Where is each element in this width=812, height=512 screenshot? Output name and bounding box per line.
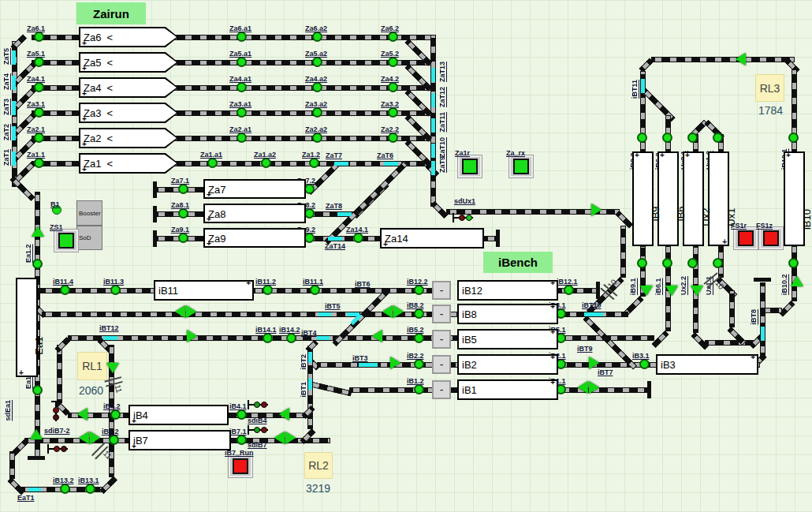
turnout-indicator[interactable] — [12, 126, 16, 140]
sensor-iB7.1[interactable] — [237, 435, 247, 445]
sensor-Za6.2[interactable] — [388, 32, 398, 42]
sensor-Za8.1[interactable] — [178, 208, 188, 219]
turnout-indicator[interactable] — [317, 336, 330, 340]
sensor-Za2.a1[interactable] — [237, 133, 247, 143]
turnout-indicator[interactable] — [641, 79, 645, 93]
block-Za9[interactable]: Za9+ — [203, 228, 306, 248]
route-label-rl3[interactable]: RL3 — [755, 74, 784, 102]
sensor-iB4.2[interactable] — [110, 409, 121, 420]
block-Za5[interactable]: Za5 <+ — [79, 52, 178, 73]
turnout-indicator[interactable] — [103, 336, 117, 340]
turnout-indicator[interactable] — [431, 118, 435, 133]
sensor-Ux2.1[interactable] — [687, 133, 698, 143]
sensor-Za9.1[interactable] — [178, 233, 188, 243]
sensor-iB9.1[interactable] — [637, 258, 647, 268]
sensor-Za4.a2[interactable] — [312, 82, 322, 92]
route-label-rl2[interactable]: RL2 — [304, 452, 333, 479]
signal-sdUx1[interactable] — [453, 212, 476, 236]
turnout-indicator[interactable] — [359, 363, 378, 367]
block-iB6[interactable]: iB6+ — [657, 151, 679, 246]
sensor-Za2.a2[interactable] — [312, 133, 322, 143]
turnout-indicator[interactable] — [28, 488, 41, 491]
sensor-Za3.a2[interactable] — [312, 107, 322, 118]
turnout-indicator[interactable] — [431, 93, 435, 107]
block-Za3[interactable]: Za3 <+ — [79, 103, 178, 123]
block-iB11[interactable]: iB11+ — [154, 280, 254, 301]
sensor-Za4.2[interactable] — [388, 82, 398, 92]
sensor-iB11.2[interactable] — [263, 285, 273, 295]
sensor-iB1.2[interactable] — [414, 384, 424, 394]
turnout-indicator[interactable] — [308, 379, 312, 390]
sensor-Za6.a1[interactable] — [237, 32, 247, 42]
sensor-iB11.1[interactable] — [310, 285, 320, 295]
sensor-Za1.a1[interactable] — [207, 158, 218, 168]
sensor-Za6.a2[interactable] — [312, 32, 322, 42]
sensor-Ux2.2[interactable] — [687, 258, 698, 268]
block-Za8[interactable]: Za8+ — [203, 204, 306, 223]
sensor-Za14.1[interactable] — [353, 233, 363, 243]
sensor-Za4.a1[interactable] — [237, 82, 247, 92]
block-iB5[interactable]: iB5+ — [457, 329, 558, 349]
sensor-iB14.2[interactable] — [286, 333, 296, 343]
block-Za4[interactable]: Za4 <+ — [79, 77, 178, 98]
sensor-iB2.2[interactable] — [414, 359, 424, 369]
sod-button[interactable]: SoD — [76, 226, 102, 250]
turnout-indicator[interactable] — [12, 50, 16, 65]
pushbutton-ZS1[interactable] — [54, 229, 79, 252]
sensor-Za1.1[interactable] — [34, 158, 44, 168]
sensor-Za5.1[interactable] — [34, 57, 44, 67]
route-minus-button[interactable]: - — [432, 281, 451, 300]
sensor-iB11.4[interactable] — [60, 285, 70, 295]
block-iB2[interactable]: iB2+ — [457, 354, 558, 375]
signal-sdiB7-2[interactable] — [47, 443, 71, 467]
turnout-indicator[interactable] — [318, 312, 331, 316]
sensor-iB11.3[interactable] — [110, 285, 121, 295]
turnout-indicator[interactable] — [761, 327, 765, 341]
turnout-indicator[interactable] — [12, 151, 16, 166]
block-Ux2[interactable]: Ux2+ — [683, 151, 704, 246]
block-iB12[interactable]: iB12+ — [457, 280, 558, 301]
block-Ea1[interactable]: Ea1+ — [16, 278, 38, 377]
sensor-iB6.1[interactable] — [662, 258, 672, 268]
sensor-iB12.2[interactable] — [414, 285, 424, 295]
turnout-indicator[interactable] — [12, 101, 16, 115]
turnout-indicator[interactable] — [328, 237, 342, 241]
sensor-iB7.2[interactable] — [109, 435, 119, 445]
block-iB4[interactable]: iB4+ — [129, 405, 229, 425]
turnout-indicator[interactable] — [12, 76, 16, 90]
turnout-indicator[interactable] — [384, 162, 398, 166]
sensor-iB13.1[interactable] — [85, 484, 95, 494]
route-minus-button[interactable]: - — [432, 380, 451, 399]
sensor-iB13.2[interactable] — [60, 484, 70, 494]
block-Za7[interactable]: Za7+ — [203, 179, 306, 199]
route-minus-button[interactable]: - — [432, 355, 451, 374]
block-Za1[interactable]: Za1 <+ — [79, 153, 178, 174]
block-iB8[interactable]: iB8+ — [457, 304, 558, 324]
sensor-Ux1.2[interactable] — [713, 133, 723, 143]
block-iB3[interactable]: iB3+ — [656, 354, 758, 375]
block-Ux1[interactable]: Ux1+ — [708, 151, 729, 246]
sensor-Ea1.2[interactable] — [32, 259, 43, 269]
sensor-Ea1.1[interactable] — [32, 385, 43, 395]
sensor-iB6.2[interactable] — [662, 133, 672, 143]
turnout-indicator[interactable] — [431, 68, 435, 82]
sensor-Ux1.1[interactable] — [713, 258, 723, 268]
sensor-iB4.1[interactable] — [237, 409, 247, 420]
turnout-indicator[interactable] — [308, 352, 312, 363]
sensor-Za4.1[interactable] — [34, 82, 44, 92]
sensor-Za3.1[interactable] — [34, 107, 44, 118]
route-minus-button[interactable]: - — [432, 330, 451, 349]
pushbutton-iB7_Run[interactable] — [228, 454, 253, 478]
sensor-Za3.2[interactable] — [388, 107, 398, 118]
sensor-Za5.a2[interactable] — [312, 57, 322, 67]
turnout-indicator[interactable] — [584, 312, 603, 316]
route-label-rl1[interactable]: RL1 — [77, 352, 107, 380]
pushbutton-Za_rx[interactable] — [508, 155, 534, 178]
pushbutton-FS1r[interactable] — [733, 226, 758, 250]
turnout-indicator[interactable] — [431, 144, 435, 158]
sensor-iB3.1[interactable] — [639, 359, 650, 369]
sensor-iB9.2[interactable] — [637, 133, 647, 143]
sensor-Za1.a2[interactable] — [261, 158, 271, 168]
block-iB7[interactable]: iB7+ — [129, 430, 231, 450]
block-iB10[interactable]: iB10+ — [784, 151, 805, 246]
